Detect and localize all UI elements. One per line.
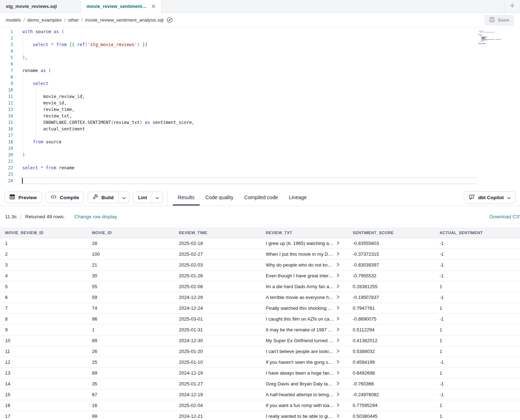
save-button[interactable]: Save xyxy=(484,15,514,26)
code-line: 20) xyxy=(0,152,520,158)
preview-label: Preview xyxy=(18,195,37,200)
expand-row-button[interactable] xyxy=(336,316,340,322)
review-text: I have always been a huge fan of "Hom… xyxy=(266,370,334,376)
close-icon[interactable] xyxy=(151,4,155,8)
expand-row-button[interactable] xyxy=(336,295,340,300)
chevron-right-icon xyxy=(336,381,340,387)
expand-row-button[interactable] xyxy=(336,327,340,332)
breadcrumb-separator: / xyxy=(23,17,25,23)
review-text: I grew up (b. 1965) watching and lovin… xyxy=(266,241,334,246)
cell-movie_review_id: 3 xyxy=(0,262,87,268)
code-text xyxy=(13,48,22,54)
cell-movie_review_id: 16 xyxy=(0,403,87,408)
breadcrumb-segment[interactable]: demo_examples xyxy=(27,17,62,23)
download-csv-link[interactable]: Download CSV xyxy=(489,214,520,219)
lint-button[interactable]: Lint xyxy=(133,192,152,203)
expand-row-button[interactable] xyxy=(336,251,340,257)
cell-movie_id: 100 xyxy=(87,251,174,257)
expand-row-button[interactable] xyxy=(336,370,340,376)
tab-code-quality[interactable]: Code quality xyxy=(206,189,234,206)
expand-row-button[interactable] xyxy=(336,338,340,343)
file-tab-movie-review-sentiment[interactable]: movie_review_sentiment_… xyxy=(81,0,162,13)
code-text xyxy=(13,145,22,152)
tab-results[interactable]: Results xyxy=(178,189,195,206)
expand-row-button[interactable] xyxy=(336,392,340,397)
new-tab-button[interactable] xyxy=(504,0,520,13)
lint-dropdown-button[interactable] xyxy=(152,192,163,203)
cell-movie_id: 74 xyxy=(87,305,174,311)
code-text: select * from rename xyxy=(13,165,75,171)
code-lines: 1with source as (23 select * from {{ ref… xyxy=(0,28,520,184)
build-dropdown-button[interactable] xyxy=(118,192,129,203)
column-header-movie_review_id[interactable]: MOVIE_REVIEW_ID xyxy=(0,231,87,235)
cell-sentiment_score: 0.28381255 xyxy=(348,284,435,289)
dbt-ide-window: stg_movie_reviews.sql movie_review_senti… xyxy=(0,0,520,420)
cell-review_time: 2024-12-19 xyxy=(174,392,261,397)
cell-movie_id: 55 xyxy=(87,284,174,289)
expand-row-button[interactable] xyxy=(336,359,340,365)
code-line: 24 xyxy=(0,178,520,184)
cell-sentiment_score: 0.77595294 xyxy=(348,403,435,408)
code-text: movie_id, xyxy=(13,100,67,106)
chevron-down-icon xyxy=(122,194,126,201)
sql-code-editor[interactable]: 1with source as (23 select * from {{ ref… xyxy=(0,27,520,189)
compass-icon[interactable] xyxy=(167,17,173,23)
tab-lineage[interactable]: Lineage xyxy=(289,189,307,206)
expand-row-button[interactable] xyxy=(336,403,340,408)
expand-row-button[interactable] xyxy=(336,381,340,387)
column-header-review_time[interactable]: REVIEW_TIME xyxy=(174,231,261,235)
breadcrumb-segment[interactable]: movie_review_sentiment_analysis.sql xyxy=(85,17,164,23)
chevron-down-icon xyxy=(507,195,511,200)
expand-row-button[interactable] xyxy=(336,262,340,268)
expand-row-button[interactable] xyxy=(336,414,340,419)
compile-button[interactable]: Compile xyxy=(45,192,84,203)
text-cursor xyxy=(22,178,23,184)
table-row: 912025-01-31It may be the remake of 1987… xyxy=(0,325,520,335)
breadcrumb-segment[interactable]: models xyxy=(6,17,21,23)
build-button[interactable]: Build xyxy=(88,192,118,203)
code-line: 1with source as ( xyxy=(0,28,520,35)
expand-row-button[interactable] xyxy=(336,284,340,289)
table-row: 13892024-12-19I have always been a huge … xyxy=(0,368,520,379)
dbt-copilot-button[interactable]: dbt Copilot xyxy=(464,191,516,204)
table-row: 7742024-12-24Finally watched this shocki… xyxy=(0,303,520,314)
row-count-text: Returned 49 rows. xyxy=(25,214,65,219)
preview-button[interactable]: Preview xyxy=(4,192,42,203)
expand-row-button[interactable] xyxy=(336,349,340,354)
code-text: review_time, xyxy=(13,106,75,113)
code-line: 10 xyxy=(0,87,520,93)
column-header-actual_sentiment[interactable]: ACTUAL_SENTIMENT xyxy=(435,231,520,235)
line-number: 5 xyxy=(0,54,13,61)
cell-review-txt: I grew up (b. 1965) watching and lovin… xyxy=(261,241,348,246)
editor-toolbar: Preview Compile Build Lint xyxy=(0,189,520,206)
cell-review-txt: If you want a fun romp with loads of s… xyxy=(261,403,348,408)
change-row-display-link[interactable]: Change row display xyxy=(74,214,117,219)
code-text: rename as ( xyxy=(13,67,51,74)
cell-sentiment_score: 0.50380445 xyxy=(348,414,435,419)
code-line: 7rename as ( xyxy=(0,67,520,74)
expand-row-button[interactable] xyxy=(336,241,340,246)
cell-review-txt: I caught this film on AZN on cable. It s… xyxy=(261,316,348,322)
cell-review-txt: Finally watched this shocking movie la… xyxy=(261,305,348,311)
code-text: with source as ( xyxy=(13,28,64,35)
breadcrumb-segment[interactable]: other xyxy=(68,17,79,23)
file-tab-stg-movie-reviews[interactable]: stg_movie_reviews.sql xyxy=(0,0,81,13)
table-row: 10892024-12-30My Super Ex Girlfriend tur… xyxy=(0,335,520,346)
review-text: I caught this film on AZN on cable. It s… xyxy=(266,316,334,322)
code-line: 21 xyxy=(0,158,520,165)
tab-compiled-code[interactable]: Compiled code xyxy=(244,189,278,206)
code-text: ) xyxy=(13,152,25,158)
minimap[interactable] xyxy=(479,31,504,45)
table-header-row: MOVIE_REVIEW_IDMOVIE_IDREVIEW_TIMEREVIEW… xyxy=(0,227,520,238)
copilot-icon xyxy=(469,194,475,201)
column-header-movie_id[interactable]: MOVIE_ID xyxy=(87,231,174,235)
plus-icon xyxy=(510,3,515,10)
table-row: 3212025-02-03Why do people who do not kn… xyxy=(0,260,520,271)
code-text xyxy=(13,74,22,80)
lint-label: Lint xyxy=(138,195,147,200)
expand-row-button[interactable] xyxy=(336,273,340,278)
expand-row-button[interactable] xyxy=(336,305,340,311)
column-header-sentiment_score[interactable]: SENTIMENT_SCORE xyxy=(348,231,435,235)
column-header-review_txt[interactable]: REVIEW_TXT xyxy=(261,231,348,235)
cell-sentiment_score: -0.19507837 xyxy=(348,295,435,300)
